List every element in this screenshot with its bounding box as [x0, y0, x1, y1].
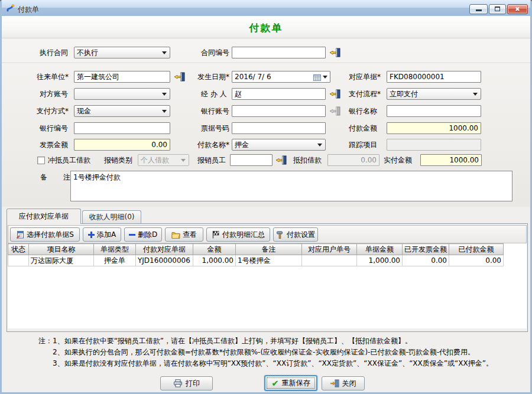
handler-label: 经 办 人	[201, 90, 227, 99]
bill-no-label: 票据号码	[201, 124, 229, 133]
button-label: 删除D	[138, 230, 157, 240]
track-item-input	[387, 139, 481, 151]
cell-doc-type[interactable]: 押金单	[94, 255, 136, 266]
pay-method-label: 支付方式*	[37, 107, 69, 116]
note-line-1: 注：1、如果在付款中要“报销员工借款”，请在【冲抵员工借款】上打钩，并填写好【报…	[38, 336, 412, 346]
tab-label: 收款人明细(0)	[89, 213, 135, 221]
cell-doc-amount[interactable]: 1,000.00	[357, 255, 403, 266]
cell-paid-amount[interactable]: 0.00	[449, 255, 504, 266]
pay-method-combobox[interactable]: 现金	[74, 105, 170, 117]
date-picker[interactable]: 2016/ 7/ 6	[232, 71, 330, 83]
pay-name-label: 付款名称*	[197, 141, 229, 149]
expense-type-combobox: 个人借款	[138, 154, 189, 166]
vendor-input[interactable]	[74, 71, 170, 83]
button-label: 查看	[183, 230, 197, 240]
delete-button[interactable]: 删除D	[124, 227, 162, 242]
bank-account-input[interactable]	[232, 105, 326, 117]
table-row[interactable]: 万达国际大厦 押金单 YJD160000006 1,000.00 1号楼押金 1…	[8, 255, 504, 266]
col-header: 金额	[193, 244, 236, 255]
pay-method-value: 现金	[77, 107, 91, 115]
tab-payable-docs[interactable]: 应付款对应单据	[7, 209, 81, 224]
calendar-icon[interactable]	[313, 73, 321, 84]
button-label: 付款设置	[287, 230, 315, 240]
table-header-row: 状态 项目名称 单据类型 付款对应单据 金额 备注 对应用户单号 单据金额 已开…	[8, 244, 504, 255]
track-item-label: 跟踪项目	[349, 141, 377, 149]
payment-order-window: 付款单 ✖ 付款单 执行合同 不执行 合同编号 往来单位* 发生日期* 2016…	[0, 0, 532, 394]
counter-account-combobox[interactable]	[74, 88, 170, 100]
bank-name-input[interactable]	[387, 105, 481, 117]
button-label: 选择付款单据S	[27, 230, 74, 240]
contract-no-input[interactable]	[232, 47, 326, 58]
actual-amount-label: 实付金额	[384, 156, 412, 165]
col-header: 对应用户单号	[302, 244, 357, 255]
tab-payee-detail[interactable]: 收款人明细(0)	[82, 210, 141, 224]
expense-employee-input[interactable]	[230, 154, 273, 166]
col-header: 单据金额	[357, 244, 403, 255]
chevron-down-icon	[473, 93, 478, 96]
print-button[interactable]: 打印	[160, 376, 213, 390]
vendor-lookup-icon[interactable]	[174, 72, 185, 82]
handler-input[interactable]	[232, 88, 326, 100]
exec-contract-value: 不执行	[77, 48, 98, 57]
pay-flow-combobox[interactable]: 立即支付	[387, 88, 481, 100]
col-header: 状态	[8, 244, 29, 255]
cell-project[interactable]: 万达国际大厦	[29, 255, 94, 266]
maximize-button[interactable]	[489, 4, 506, 14]
payment-settings-button[interactable]: 付款设置	[273, 227, 318, 242]
offset-employee-loan-checkbox[interactable]	[37, 157, 45, 164]
invoice-amount-input[interactable]	[74, 139, 170, 151]
cell-user-doc-no[interactable]	[302, 255, 357, 266]
chevron-down-icon	[162, 93, 167, 96]
pay-flow-label: 支付流程*	[349, 90, 381, 99]
tab-label: 应付款对应单据	[19, 212, 69, 220]
cell-status[interactable]	[8, 255, 29, 266]
button-label: 重新保存	[282, 378, 310, 388]
handler-lookup-icon[interactable]	[329, 89, 340, 99]
remark-label-b: 注	[63, 173, 70, 182]
bank-name-label: 银行名称	[349, 107, 377, 116]
col-header: 已开发票金额	[403, 244, 449, 255]
minimize-icon	[476, 9, 482, 11]
expense-employee-lookup-icon[interactable]	[275, 155, 287, 165]
expense-employee-label: 报销员工	[197, 156, 226, 165]
cell-amount[interactable]: 1,000.00	[193, 255, 236, 266]
page-title: 付款单	[2, 21, 530, 35]
col-header: 项目名称	[29, 244, 94, 255]
pay-name-combobox[interactable]: 押金	[232, 139, 326, 151]
close-button[interactable]: ✖	[507, 4, 528, 14]
pay-flow-value: 立即支付	[390, 90, 418, 98]
maximize-icon	[495, 6, 500, 11]
close-form-button[interactable]: 关闭	[322, 376, 365, 390]
window-title: 付款单	[18, 5, 39, 15]
contract-lookup-icon[interactable]	[329, 48, 340, 57]
date-label: 发生日期*	[197, 73, 229, 82]
col-header: 备注	[236, 244, 302, 255]
save-button[interactable]: ✔ 重新保存	[264, 375, 317, 391]
payment-detail-summary-button[interactable]: 付款明细汇总	[206, 227, 270, 242]
exec-contract-combobox[interactable]: 不执行	[74, 47, 170, 58]
bank-no-label: 银行编号	[40, 124, 68, 133]
printer-icon	[173, 379, 183, 388]
bill-no-input[interactable]	[232, 122, 326, 134]
col-header: 已付款金额	[449, 244, 504, 255]
cell-ref-doc[interactable]: YJD160000006	[136, 255, 193, 266]
minimize-button[interactable]	[469, 4, 488, 14]
pay-amount-input[interactable]	[387, 122, 481, 134]
deduct-loan-label: 抵扣借款	[293, 156, 322, 165]
bank-account-label: 银行账号	[201, 107, 229, 116]
add-button[interactable]: 添加A	[83, 227, 121, 242]
chevron-down-icon	[162, 110, 167, 113]
actual-amount-input[interactable]	[420, 154, 482, 166]
cell-invoiced-amount[interactable]: 0.00	[403, 255, 449, 266]
view-button[interactable]: 查看	[165, 227, 203, 242]
cell-remark[interactable]: 1号楼押金	[236, 255, 302, 266]
checkered-flag-icon	[212, 230, 220, 239]
hammer-icon	[276, 230, 284, 239]
remark-textarea[interactable]: 1号楼押金付款	[70, 171, 512, 201]
select-payment-doc-button[interactable]: 选择付款单据S	[10, 227, 80, 242]
ref-doc-input[interactable]	[387, 71, 481, 83]
bank-no-input[interactable]	[74, 122, 170, 134]
chevron-down-icon	[162, 51, 167, 54]
col-header: 付款对应单据	[136, 244, 193, 255]
remark-label-a: 备	[40, 173, 47, 182]
